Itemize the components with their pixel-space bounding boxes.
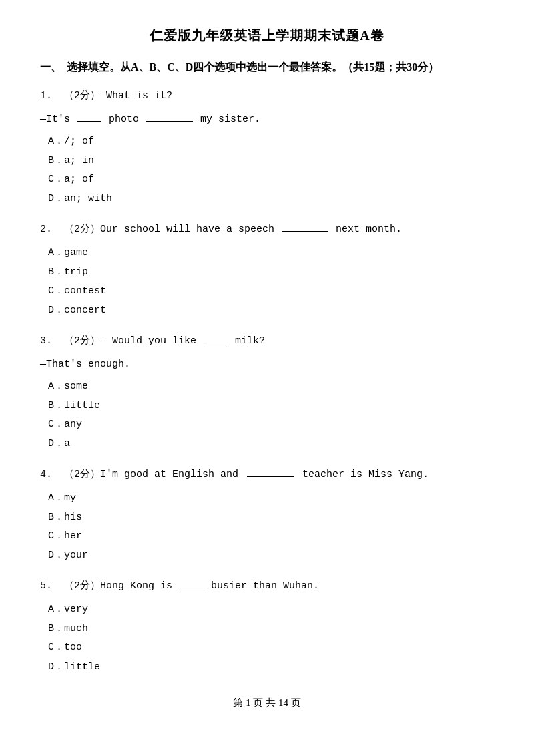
q1-text: —What is it? (100, 90, 172, 102)
q2-number: 2. (40, 224, 64, 235)
q3-score: （2分） (64, 335, 100, 347)
q3-number: 3. (40, 335, 64, 347)
question-4: 4. （2分）I'm good at English and teacher i… (40, 465, 494, 565)
question-2-header: 2. （2分）Our school will have a speech nex… (40, 220, 494, 238)
question-4-header: 4. （2分）I'm good at English and teacher i… (40, 465, 494, 484)
q2-text: Our school will have a speech next month… (100, 224, 402, 235)
q4-number: 4. (40, 469, 64, 480)
q1-optD: D．an; with (48, 190, 494, 209)
q4-text: I'm good at English and teacher is Miss … (100, 469, 429, 480)
q2-optB: B．trip (48, 263, 494, 282)
q3-optD: D．a (48, 435, 494, 454)
q5-score: （2分） (64, 580, 100, 592)
q5-text: Hong Kong is busier than Wuhan. (100, 580, 319, 592)
question-1-header: 1. （2分）—What is it? (40, 87, 494, 105)
question-1-sub: —It's photo my sister. (40, 110, 494, 128)
question-3: 3. （2分）— Would you like milk? —That's en… (40, 332, 494, 453)
q2-optD: D．concert (48, 301, 494, 321)
q1-optA: A．/; of (48, 132, 494, 152)
q3-optA: A．some (48, 377, 494, 397)
q3-text: — Would you like milk? (100, 335, 265, 347)
question-5-header: 5. （2分）Hong Kong is busier than Wuhan. (40, 577, 494, 595)
q4-optB: B．his (48, 508, 494, 528)
q4-optC: C．her (48, 527, 494, 546)
q4-score: （2分） (64, 469, 100, 480)
page-title: 仁爱版九年级英语上学期期末试题A卷 (40, 27, 494, 45)
q5-number: 5. (40, 580, 64, 592)
section-header: 一、 选择填空。从A、B、C、D四个选项中选出一个最佳答案。（共15题；共30分… (40, 61, 494, 75)
q2-optA: A．game (48, 244, 494, 263)
question-3-header: 3. （2分）— Would you like milk? (40, 332, 494, 350)
q1-number: 1. (40, 90, 64, 102)
q3-optB: B．little (48, 397, 494, 416)
q2-optC: C．contest (48, 282, 494, 301)
q1-optB: B．a; in (48, 152, 494, 171)
q5-optC: C．too (48, 638, 494, 658)
page-footer: 第 1 页 共 14 页 (40, 697, 494, 709)
q4-optA: A．my (48, 489, 494, 508)
q2-score: （2分） (64, 224, 100, 235)
section-label: 一、 (40, 61, 61, 75)
q5-optA: A．very (48, 600, 494, 620)
question-1: 1. （2分）—What is it? —It's photo my siste… (40, 87, 494, 208)
q5-optD: D．little (48, 658, 494, 677)
q4-optD: D．your (48, 546, 494, 566)
q1-optC: C．a; of (48, 170, 494, 190)
q5-optB: B．much (48, 620, 494, 639)
q3-optC: C．any (48, 415, 494, 435)
section-instruction: 选择填空。从A、B、C、D四个选项中选出一个最佳答案。（共15题；共30分） (67, 61, 439, 75)
question-5: 5. （2分）Hong Kong is busier than Wuhan. A… (40, 577, 494, 677)
question-3-sub: —That's enough. (40, 355, 494, 373)
q1-score: （2分） (64, 90, 100, 102)
question-2: 2. （2分）Our school will have a speech nex… (40, 220, 494, 320)
